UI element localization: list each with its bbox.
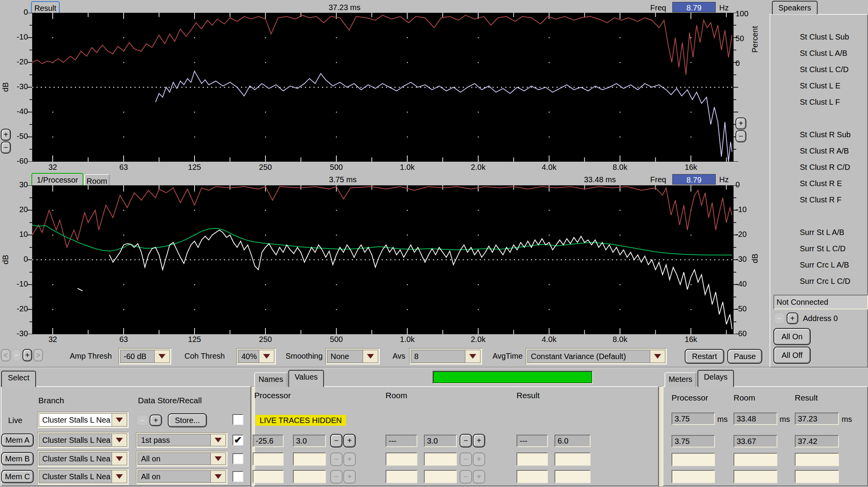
all-off-button[interactable]: All Off <box>773 347 811 364</box>
freq-readout-1[interactable]: 8.79 <box>672 2 716 12</box>
tab-meters[interactable]: Meters <box>665 372 696 387</box>
proc-param-field[interactable]: 3.0 <box>293 435 326 447</box>
room-minus-button[interactable]: − <box>460 470 472 484</box>
proc-minus-button[interactable]: − <box>330 452 343 466</box>
chevron-down-icon[interactable] <box>211 434 226 446</box>
tab-names[interactable]: Names <box>254 372 288 387</box>
result-gain-field[interactable] <box>517 470 548 483</box>
live-branch-dropdown[interactable]: Cluster Stalls L Nea <box>37 412 129 428</box>
amp-thresh-dropdown[interactable]: -60 dB <box>119 348 171 364</box>
room-gain-field[interactable] <box>386 470 417 483</box>
mem-b-branch-dropdown[interactable]: Cluster Stalls L Nea <box>37 451 129 467</box>
processor-delay-field[interactable]: 3.75 <box>672 435 715 447</box>
trace-next-button[interactable]: > <box>33 349 43 361</box>
proc-gain-field[interactable]: -25.6 <box>253 435 284 447</box>
trace-plus-button[interactable]: + <box>22 349 32 361</box>
coh-thresh-dropdown[interactable]: 40% <box>236 348 276 364</box>
store-minus-button[interactable]: − <box>136 414 148 426</box>
room-minus-button[interactable]: − <box>460 452 472 466</box>
address-plus-button[interactable]: + <box>787 313 798 324</box>
processor-delay-field[interactable]: 3.75 <box>672 413 715 425</box>
result-delay-field[interactable] <box>795 470 839 483</box>
trace-prev-button[interactable]: < <box>1 349 10 361</box>
tab-processor[interactable]: 1/Processor <box>31 173 83 185</box>
chevron-down-icon[interactable] <box>363 350 378 363</box>
chevron-down-icon[interactable] <box>155 350 170 363</box>
tab-speakers[interactable]: Speakers <box>772 1 818 14</box>
result-param-field[interactable] <box>555 470 591 483</box>
room-plus-button[interactable]: + <box>473 434 485 447</box>
mem-b-checkbox[interactable] <box>232 453 243 464</box>
room-minus-button[interactable]: − <box>460 434 472 447</box>
result-delay-field[interactable]: 37.23 <box>795 413 839 425</box>
mem-a-button[interactable]: Mem A <box>1 433 34 447</box>
processor-delay-field[interactable] <box>672 453 715 466</box>
chart1-right-zoom-in-button[interactable]: + <box>735 117 746 130</box>
chevron-down-icon[interactable] <box>211 470 226 483</box>
tab-result[interactable]: Result <box>31 1 60 13</box>
room-gain-field[interactable] <box>386 452 417 466</box>
result-delay-field[interactable]: 37.42 <box>795 435 839 447</box>
tab-select[interactable]: Select <box>1 371 36 387</box>
chart1-right-zoom-out-button[interactable]: − <box>735 130 746 142</box>
proc-plus-button[interactable]: + <box>343 434 356 447</box>
mem-a-branch-dropdown[interactable]: Cluster Stalls L Nea <box>37 432 129 448</box>
proc-plus-button[interactable]: + <box>343 470 356 484</box>
freq-readout-2[interactable]: 8.79 <box>672 174 716 185</box>
room-param-field[interactable]: 3.0 <box>424 435 457 447</box>
mem-b-store-dropdown[interactable]: All on <box>136 451 227 466</box>
chevron-down-icon[interactable] <box>211 452 226 465</box>
address-minus-button[interactable]: − <box>773 313 785 324</box>
chevron-down-icon[interactable] <box>465 350 480 363</box>
tab-room[interactable]: Room <box>84 174 110 185</box>
room-param-field[interactable] <box>424 470 457 483</box>
proc-param-field[interactable] <box>293 470 326 483</box>
store-button[interactable]: Store... <box>168 413 207 427</box>
mem-a-checkbox[interactable]: ✔ <box>232 435 243 446</box>
chevron-down-icon[interactable] <box>112 452 127 465</box>
proc-param-field[interactable] <box>293 452 326 466</box>
result-transfer-plot[interactable] <box>28 13 738 162</box>
processor-room-plot[interactable] <box>28 185 738 334</box>
proc-minus-button[interactable]: − <box>330 434 343 447</box>
proc-gain-field[interactable] <box>253 470 284 483</box>
room-plus-button[interactable]: + <box>473 470 485 484</box>
mem-c-button[interactable]: Mem C <box>1 470 34 483</box>
processor-delay-field[interactable] <box>672 470 715 483</box>
result-param-field[interactable]: 6.0 <box>555 435 591 447</box>
room-plus-button[interactable]: + <box>473 452 485 466</box>
result-param-field[interactable] <box>555 452 591 466</box>
proc-gain-field[interactable] <box>253 452 284 466</box>
result-gain-field[interactable]: --- <box>517 435 548 447</box>
restart-button[interactable]: Restart <box>685 349 724 364</box>
chevron-down-icon[interactable] <box>259 350 274 363</box>
room-delay-field[interactable] <box>734 453 777 466</box>
chevron-down-icon[interactable] <box>112 433 127 447</box>
mem-b-button[interactable]: Mem B <box>1 452 34 465</box>
mem-c-branch-dropdown[interactable]: Cluster Stalls L Nea <box>37 468 129 485</box>
chevron-down-icon[interactable] <box>112 413 127 427</box>
all-on-button[interactable]: All On <box>773 328 811 345</box>
proc-plus-button[interactable]: + <box>343 452 356 466</box>
result-delay-field[interactable] <box>795 453 839 466</box>
store-plus-button[interactable]: + <box>150 414 162 426</box>
room-delay-field[interactable]: 33.48 <box>734 413 777 425</box>
result-gain-field[interactable] <box>517 452 548 466</box>
room-param-field[interactable] <box>424 452 457 466</box>
mem-c-checkbox[interactable] <box>232 471 243 482</box>
mem-c-store-dropdown[interactable]: All on <box>136 469 227 484</box>
smoothing-dropdown[interactable]: None <box>326 348 380 364</box>
proc-minus-button[interactable]: − <box>330 470 343 484</box>
pause-button[interactable]: Pause <box>727 349 762 364</box>
room-delay-field[interactable] <box>734 470 777 483</box>
room-delay-field[interactable]: 33.67 <box>734 435 777 447</box>
trace-minus-button[interactable]: − <box>12 349 21 361</box>
chevron-down-icon[interactable] <box>112 470 127 483</box>
chart1-zoom-out-button[interactable]: − <box>1 142 11 154</box>
chevron-down-icon[interactable] <box>650 350 665 363</box>
mem-a-store-dropdown[interactable]: 1st pass <box>136 432 227 448</box>
tab-delays[interactable]: Delays <box>698 370 734 387</box>
avgtime-dropdown[interactable]: Constant Variance (Default) <box>526 348 667 364</box>
room-gain-field[interactable]: --- <box>386 435 417 447</box>
avs-dropdown[interactable]: 8 <box>409 348 482 364</box>
